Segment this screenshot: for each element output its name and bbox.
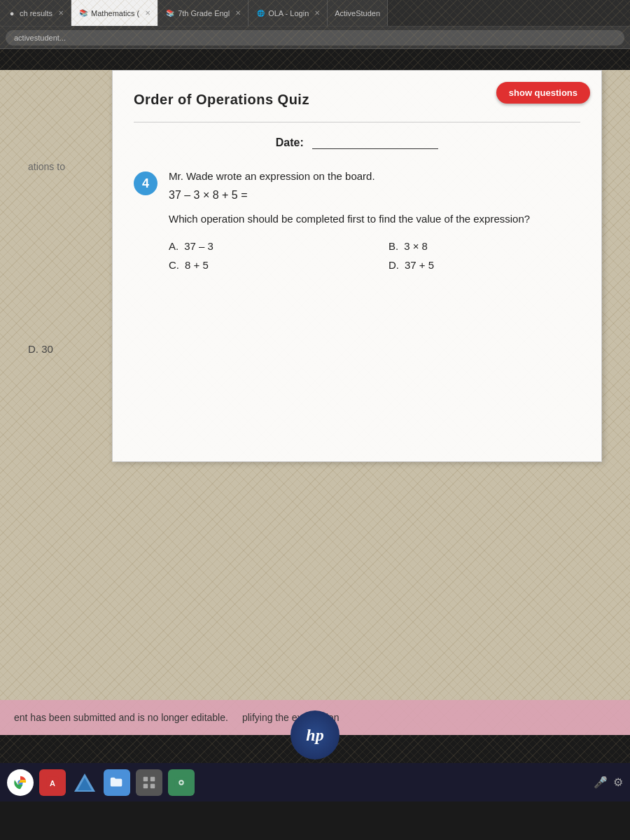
question-intro-text: Mr. Wade wrote an expression on the boar… — [169, 170, 580, 182]
microphone-icon[interactable]: 🎤 — [594, 776, 608, 789]
svg-point-12 — [180, 781, 183, 784]
triangle-app-icon[interactable] — [71, 769, 98, 796]
answer-option-c[interactable]: C. 8 + 5 — [169, 259, 360, 271]
answer-b-label: B. — [388, 240, 398, 252]
hp-logo-text: hp — [306, 726, 323, 745]
question-prompt-text: Which operation should be completed firs… — [169, 211, 580, 227]
answer-option-a[interactable]: A. 37 – 3 — [169, 240, 360, 252]
taskbar-right: 🎤 ⚙ — [594, 776, 623, 789]
answer-d-label: D. — [388, 259, 399, 271]
folder-app-icon[interactable] — [104, 769, 130, 796]
submitted-text: ent has been submitted and is no longer … — [14, 712, 228, 723]
divider — [134, 122, 580, 122]
show-questions-label: show questions — [509, 88, 578, 98]
answer-b-value: 3 × 8 — [404, 240, 428, 252]
date-label: Date: — [276, 136, 304, 148]
answer-option-b[interactable]: B. 3 × 8 — [388, 240, 580, 252]
svg-rect-9 — [150, 783, 155, 788]
answer-a-value: 37 – 3 — [184, 240, 214, 252]
answer-c-value: 8 + 5 — [185, 259, 209, 271]
svg-rect-8 — [144, 783, 148, 788]
show-questions-button[interactable]: show questions — [496, 82, 590, 104]
red-app-icon[interactable]: A — [39, 769, 66, 796]
google-chrome-icon[interactable] — [7, 769, 34, 796]
answer-c-label: C. — [169, 259, 179, 271]
svg-text:A: A — [50, 778, 55, 787]
answer-a-label: A. — [169, 240, 178, 252]
settings-icon[interactable]: ⚙ — [613, 776, 623, 789]
expression-text: 37 – 3 × 8 + 5 = — [169, 189, 580, 202]
question-number-badge: 4 — [134, 172, 158, 195]
grid-app-icon[interactable] — [136, 769, 162, 796]
date-row: Date: — [134, 136, 580, 149]
question-block: 4 Mr. Wade wrote an expression on the bo… — [134, 170, 580, 271]
hp-logo: hp — [290, 710, 340, 760]
left-sidebar-answer: D. 30 — [28, 343, 53, 355]
date-line — [312, 148, 438, 149]
answer-option-d[interactable]: D. 37 + 5 — [388, 259, 580, 271]
quiz-area: show questions Order of Operations Quiz … — [112, 70, 602, 462]
answer-grid: A. 37 – 3 B. 3 × 8 C. 8 + 5 D. — [169, 240, 580, 271]
page-background: ations to D. 30 show questions Order of … — [0, 70, 630, 735]
taskbar: A — [0, 763, 630, 802]
answer-d-value: 37 + 5 — [405, 259, 434, 271]
svg-rect-6 — [144, 776, 148, 780]
question-content: Mr. Wade wrote an expression on the boar… — [169, 170, 580, 271]
left-sidebar-text: ations to — [28, 161, 65, 172]
svg-rect-7 — [150, 776, 155, 780]
photo-app-icon[interactable] — [168, 769, 195, 796]
